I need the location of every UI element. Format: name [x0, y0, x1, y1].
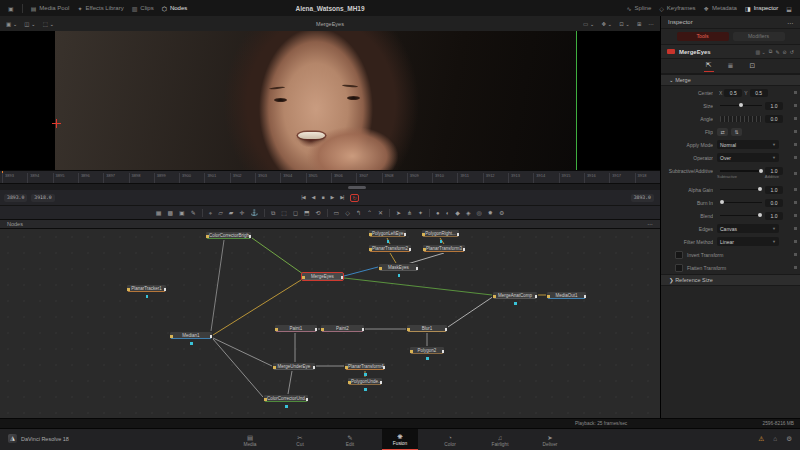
transform-center-control-v[interactable]: [56, 119, 57, 128]
merge-section-header[interactable]: ⌄ Merge: [661, 74, 800, 86]
node-output[interactable]: [445, 328, 448, 331]
edges-select[interactable]: Canvas▼: [717, 224, 779, 233]
keyer-tool-icon[interactable]: ◆: [455, 210, 460, 216]
inspector-menu[interactable]: ⋯: [787, 19, 793, 26]
tab-tools[interactable]: Tools: [677, 32, 729, 41]
node-PolygonLeftEye[interactable]: PolygonLeftEye: [368, 229, 407, 238]
stop-button[interactable]: ■: [321, 194, 323, 202]
node-output[interactable]: [341, 276, 344, 279]
metadata-button[interactable]: ❖Metadata: [704, 5, 737, 12]
monitor-button[interactable]: ⬓: [786, 5, 792, 12]
transform-tool-icon[interactable]: ✛: [239, 210, 244, 216]
prev-frame-button[interactable]: ◀: [312, 194, 315, 202]
flatten-transform-checkbox[interactable]: [675, 264, 683, 272]
media-in-tool-icon[interactable]: ▩: [167, 210, 173, 216]
node-Paint1[interactable]: Paint1: [274, 324, 318, 333]
mask-input-dot[interactable]: [426, 357, 429, 360]
loop-button[interactable]: ↻: [350, 194, 358, 202]
node-output[interactable]: [164, 288, 167, 291]
node-output[interactable]: [404, 233, 407, 236]
spark-tool-icon[interactable]: ✦: [418, 210, 423, 216]
node-ColorCorrectorUnder[interactable]: ColorCorrectorUnd...: [263, 394, 309, 403]
light-tool-icon[interactable]: ✸: [488, 210, 493, 216]
merge-tab-icon[interactable]: ⇱: [704, 60, 714, 72]
select-tool-icon[interactable]: ▦: [156, 210, 162, 216]
apply-mode-select[interactable]: Normal▼: [717, 140, 779, 149]
node-input[interactable]: [321, 328, 324, 331]
bspline-tool-icon[interactable]: ↰: [356, 210, 361, 216]
alpha-gain-slider[interactable]: [720, 189, 762, 191]
node-Polygon2[interactable]: Polygon2: [409, 346, 445, 355]
node-output[interactable]: [442, 350, 445, 353]
polygon-tool-icon[interactable]: ◇: [345, 210, 350, 216]
node-input[interactable]: [369, 233, 372, 236]
page-fairlight[interactable]: ♫Fairlight: [482, 429, 518, 450]
node-MaskEyes[interactable]: MaskEyes: [378, 263, 419, 272]
last-frame-button[interactable]: ▶|: [340, 194, 343, 202]
settings-tool-icon[interactable]: ⚙: [499, 210, 504, 216]
page-color[interactable]: ◔Color: [432, 429, 468, 450]
copy-icon[interactable]: ⧉: [769, 48, 773, 55]
angle-field[interactable]: 0.0: [765, 115, 783, 123]
node-output[interactable]: [249, 235, 252, 238]
node-output[interactable]: [306, 398, 309, 401]
first-frame-button[interactable]: |◀: [301, 194, 304, 202]
page-edit[interactable]: ✎Edit: [332, 429, 368, 450]
node-MergeUnderEye[interactable]: MergeUnderEye: [272, 362, 316, 371]
page-cut[interactable]: ✂Cut: [282, 429, 318, 450]
node-output[interactable]: [383, 366, 386, 369]
fork-tool-icon[interactable]: ⋔: [407, 210, 412, 216]
corner-pin-tool-icon[interactable]: ▰: [229, 210, 234, 216]
keyframes-button[interactable]: ◇Keyframes: [659, 5, 695, 12]
node-output[interactable]: [313, 366, 316, 369]
mask-input-dot[interactable]: [364, 388, 367, 391]
blur-tool-icon[interactable]: ◎: [477, 210, 482, 216]
glow-tool-icon[interactable]: ◈: [466, 210, 471, 216]
settings-icon[interactable]: ⚙: [786, 435, 792, 443]
time-tool-icon[interactable]: ⟲: [316, 210, 321, 216]
viewer[interactable]: [0, 31, 660, 170]
burn-in-field[interactable]: 0.0: [765, 199, 783, 207]
node-input[interactable]: [423, 248, 426, 251]
node-output[interactable]: [457, 233, 460, 236]
mask-input-dot[interactable]: [440, 240, 443, 243]
node-PlanarTracker1[interactable]: PlanarTracker1: [126, 284, 167, 293]
node-output[interactable]: [380, 381, 383, 384]
anchor-tool-icon[interactable]: ⚓: [250, 210, 258, 216]
rect-node-tool-icon[interactable]: ▭: [334, 210, 340, 216]
node-MediaOut1[interactable]: MediaOut1: [546, 291, 587, 300]
node-input[interactable]: [275, 328, 278, 331]
node-input[interactable]: [547, 295, 550, 298]
node-output[interactable]: [584, 295, 587, 298]
node-input[interactable]: [493, 295, 496, 298]
reset-icon[interactable]: ↺: [790, 49, 794, 55]
timeline-zoom-handle[interactable]: [348, 186, 366, 189]
play-button[interactable]: ▶: [330, 194, 333, 202]
flip-horizontal-button[interactable]: ⇄: [717, 128, 728, 136]
layers-tab-icon[interactable]: ≣: [726, 61, 736, 72]
mask-input-dot[interactable]: [285, 405, 288, 408]
node-input[interactable]: [410, 350, 413, 353]
tracker-tool-icon[interactable]: ⌖: [209, 210, 212, 216]
mask-input-dot[interactable]: [146, 295, 149, 298]
merge-tool-icon[interactable]: ⧉: [271, 210, 275, 216]
node-Blur1[interactable]: Blur1: [406, 324, 448, 333]
planar-tracker-tool-icon[interactable]: ▱: [218, 210, 223, 216]
size-field[interactable]: 1.0: [765, 102, 783, 110]
node-input[interactable]: [379, 267, 382, 270]
node-input[interactable]: [206, 235, 209, 238]
node-enable-toggle[interactable]: [667, 49, 675, 54]
delete-tool-icon[interactable]: ✕: [378, 210, 383, 216]
color-tool-icon[interactable]: ●: [436, 210, 440, 216]
node-output[interactable]: [315, 328, 318, 331]
center-y-field[interactable]: 0.5: [750, 89, 768, 97]
matte-tool-icon[interactable]: ⬒: [304, 210, 310, 216]
media-out-tool-icon[interactable]: ▣: [179, 210, 185, 216]
node-input[interactable]: [345, 366, 348, 369]
page-deliver[interactable]: ➤Deliver: [532, 429, 568, 450]
node-input[interactable]: [407, 328, 410, 331]
mask-input-dot[interactable]: [190, 342, 193, 345]
node-output[interactable]: [416, 267, 419, 270]
operator-select[interactable]: Over▼: [717, 153, 779, 162]
blend-slider[interactable]: [720, 215, 762, 217]
